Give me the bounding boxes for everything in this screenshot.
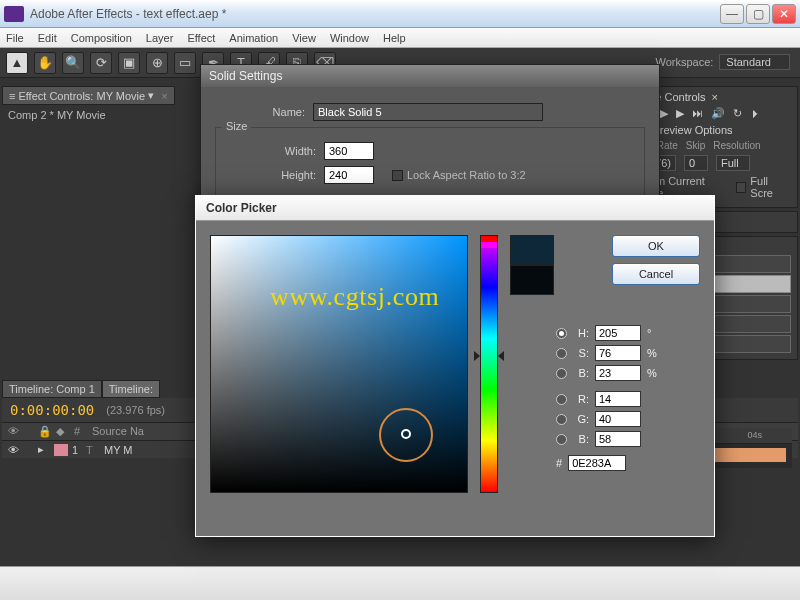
cancel-button[interactable]: Cancel (612, 263, 700, 285)
workspace-label: Workspace: (655, 56, 713, 68)
menu-view[interactable]: View (292, 32, 316, 44)
width-label: Width: (226, 145, 316, 157)
saturation-value-box[interactable] (210, 235, 468, 493)
timeline-tab[interactable]: Timeline: (102, 380, 160, 398)
hex-input[interactable] (568, 455, 626, 471)
zoom-tool-icon[interactable]: 🔍 (62, 52, 84, 74)
fps-display: (23.976 fps) (106, 404, 165, 416)
resolution-field[interactable]: Full (716, 155, 750, 171)
close-button[interactable]: ✕ (772, 4, 796, 24)
hue-input[interactable] (595, 325, 641, 341)
maximize-button[interactable]: ▢ (746, 4, 770, 24)
loop-icon[interactable]: ↻ (733, 107, 742, 120)
brightness-input[interactable] (595, 365, 641, 381)
resolution-label: Resolution (713, 140, 760, 151)
previous-color-swatch[interactable] (510, 265, 554, 295)
hue-radio[interactable] (556, 328, 567, 339)
window-title: Adobe After Effects - text effect.aep * (30, 7, 720, 21)
dropdown-icon[interactable]: ▾ (148, 89, 154, 102)
layer-type-icon: T (86, 444, 104, 456)
time-tick: 04s (747, 430, 762, 440)
menu-file[interactable]: File (6, 32, 24, 44)
menu-edit[interactable]: Edit (38, 32, 57, 44)
menu-help[interactable]: Help (383, 32, 406, 44)
layer-name[interactable]: MY M (104, 444, 133, 456)
b-label: B: (573, 367, 589, 379)
tab-icon: ≡ (9, 90, 15, 102)
last-frame-icon[interactable]: ⏭ (692, 107, 703, 120)
window-titlebar: Adobe After Effects - text effect.aep * … (0, 0, 800, 28)
effect-controls-panel: ≡ Effect Controls: MY Movie ▾ × Comp 2 *… (2, 86, 202, 125)
layer-number: 1 (72, 444, 86, 456)
source-name-col: Source Na (92, 425, 144, 438)
height-input[interactable] (324, 166, 374, 184)
taskbar (0, 566, 800, 600)
green-radio[interactable] (556, 414, 567, 425)
close-icon[interactable]: × (711, 91, 717, 103)
selection-tool-icon[interactable]: ▲ (6, 52, 28, 74)
color-picker-dialog: Color Picker OK Cancel H: ° (195, 195, 715, 537)
eye-icon[interactable]: 👁 (8, 425, 38, 438)
visibility-icon[interactable]: 👁 (8, 444, 24, 456)
size-label: Size (222, 120, 251, 132)
r-label: R: (573, 393, 589, 405)
app-icon (4, 6, 24, 22)
menu-bar: File Edit Composition Layer Effect Anima… (0, 28, 800, 48)
solid-settings-dialog: Solid Settings Name: Size Width: Height:… (200, 64, 660, 210)
green-input[interactable] (595, 411, 641, 427)
red-input[interactable] (595, 391, 641, 407)
size-group: Size Width: Height: Lock Aspect Ratio to… (215, 127, 645, 199)
pan-behind-tool-icon[interactable]: ⊕ (146, 52, 168, 74)
dialog-title: Solid Settings (201, 65, 659, 87)
h-label: H: (573, 327, 589, 339)
lock-icon[interactable]: 🔒 (38, 425, 56, 438)
saturation-input[interactable] (595, 345, 641, 361)
num-col: # (74, 425, 92, 438)
hue-slider[interactable] (480, 235, 498, 493)
ram-preview-icon[interactable]: ⏵ (750, 107, 761, 120)
close-icon[interactable]: × (161, 90, 167, 102)
menu-window[interactable]: Window (330, 32, 369, 44)
width-input[interactable] (324, 142, 374, 160)
camera-tool-icon[interactable]: ▣ (118, 52, 140, 74)
effect-controls-tab[interactable]: ≡ Effect Controls: MY Movie ▾ × (2, 86, 175, 105)
expand-icon[interactable]: ▸ (38, 443, 50, 456)
brightness-radio[interactable] (556, 368, 567, 379)
color-fields: H: ° S: % B: % R: (556, 321, 659, 471)
current-color-swatch (510, 235, 554, 265)
blue-radio[interactable] (556, 434, 567, 445)
menu-composition[interactable]: Composition (71, 32, 132, 44)
ok-button[interactable]: OK (612, 235, 700, 257)
skip-label: Skip (686, 140, 705, 151)
bl-label: B: (573, 433, 589, 445)
saturation-radio[interactable] (556, 348, 567, 359)
audio-icon[interactable]: 🔊 (711, 107, 725, 120)
rotate-tool-icon[interactable]: ⟳ (90, 52, 112, 74)
mask-tool-icon[interactable]: ▭ (174, 52, 196, 74)
menu-layer[interactable]: Layer (146, 32, 174, 44)
next-frame-icon[interactable]: ▶ (676, 107, 684, 120)
minimize-button[interactable]: — (720, 4, 744, 24)
timeline-tab[interactable]: Timeline: Comp 1 (2, 380, 102, 398)
comp-path: Comp 2 * MY Movie (2, 105, 202, 125)
skip-field[interactable]: 0 (684, 155, 708, 171)
timecode[interactable]: 0:00:00:00 (10, 402, 94, 418)
hue-indicator-right-icon (498, 351, 504, 361)
hex-label: # (556, 457, 562, 469)
workspace-selector: Workspace: Standard (655, 54, 790, 70)
workspace-value[interactable]: Standard (719, 54, 790, 70)
menu-animation[interactable]: Animation (229, 32, 278, 44)
blue-input[interactable] (595, 431, 641, 447)
name-label: Name: (215, 106, 305, 118)
full-screen-checkbox[interactable] (736, 182, 746, 193)
menu-effect[interactable]: Effect (187, 32, 215, 44)
name-input[interactable] (313, 103, 543, 121)
red-radio[interactable] (556, 394, 567, 405)
lock-aspect-checkbox[interactable] (392, 170, 403, 181)
hand-tool-icon[interactable]: ✋ (34, 52, 56, 74)
dialog-title: Color Picker (196, 196, 714, 221)
lock-aspect-label: Lock Aspect Ratio to 3:2 (407, 169, 526, 181)
layer-color-swatch[interactable] (54, 444, 68, 456)
color-selection-dot[interactable] (401, 429, 411, 439)
play-icon[interactable]: ▶ (660, 107, 668, 120)
